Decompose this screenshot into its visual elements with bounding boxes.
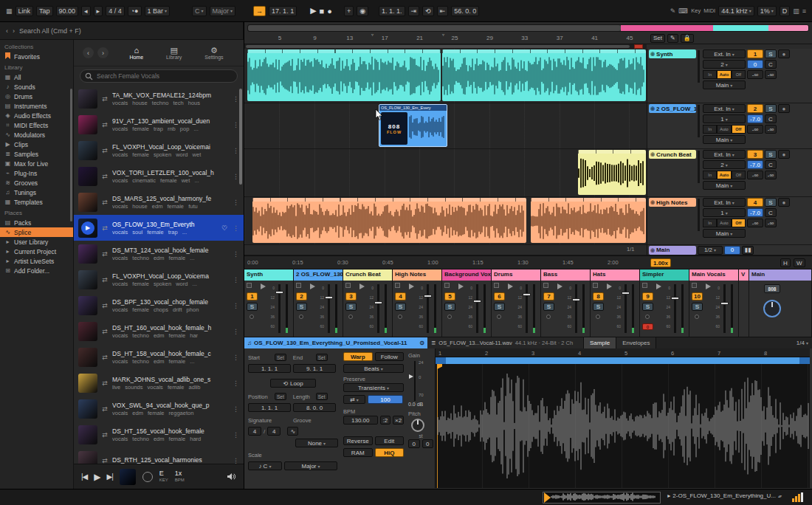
volume-field[interactable]: 0 xyxy=(747,60,763,69)
track-activator[interactable]: 6 xyxy=(494,292,505,300)
monitor-option[interactable]: Off xyxy=(732,219,746,227)
volume-fader-track[interactable] xyxy=(674,284,676,333)
scrollbar-handle[interactable] xyxy=(246,45,630,48)
gain-value[interactable]: 0.0 dB xyxy=(408,402,423,407)
pan-field[interactable]: C xyxy=(765,160,777,169)
track-activator[interactable]: 8 xyxy=(593,292,604,300)
fold-triangle-icon[interactable] xyxy=(359,284,365,289)
monitor-option[interactable]: Off xyxy=(732,70,746,79)
arrangement-position-field[interactable]: 17. 1. 1 xyxy=(269,6,297,16)
fold-triangle-icon[interactable] xyxy=(706,284,711,289)
arm-indicator[interactable] xyxy=(250,315,254,319)
track-name[interactable]: ◉High Notes xyxy=(649,198,696,207)
sidebar-item-favorites[interactable]: Favorites xyxy=(0,52,73,61)
monitor-option[interactable]: Off xyxy=(732,171,746,179)
sidebar-item-tunings[interactable]: ♫Tunings xyxy=(0,188,73,197)
set-position-button[interactable]: Set xyxy=(275,393,286,400)
mixer-strip-high-notes[interactable]: 4S012243660 xyxy=(393,281,442,337)
clip-title-tab[interactable]: ♫ OS_FLOW_130_Em_Everything_U_Promised_V… xyxy=(244,337,427,348)
sample-artwork[interactable] xyxy=(78,374,97,393)
track-name[interactable]: ◉2 OS_FLOW_13 xyxy=(649,104,696,113)
more-options-icon[interactable]: ⋮ xyxy=(233,405,239,413)
clip-stop-button[interactable] xyxy=(247,283,252,288)
splice-list-scrollbar[interactable] xyxy=(239,89,242,185)
sidebar-item-sounds[interactable]: ♪Sounds xyxy=(0,82,73,92)
splice-tab-settings[interactable]: ⚙Settings xyxy=(204,47,223,60)
fold-icon[interactable]: ◉ xyxy=(650,151,655,157)
quantize-menu[interactable]: 1 Bar xyxy=(145,6,171,16)
mixer-tab-background-vox[interactable]: Background Vox xyxy=(442,269,492,281)
sidebar-item-drums[interactable]: ◎Drums xyxy=(0,92,73,101)
volume-fader-handle[interactable] xyxy=(374,301,382,304)
sample-artwork[interactable] xyxy=(78,270,97,289)
cue-volume-knob[interactable] xyxy=(763,300,781,317)
volume-fader-track[interactable] xyxy=(377,284,379,333)
selected-clip-indicator[interactable]: ▸ 2-OS_FLOW_130_Em_Everything_U... ▴▾ xyxy=(667,492,781,499)
track-activator[interactable]: 4 xyxy=(395,292,406,300)
track-activator[interactable]: 3 xyxy=(747,150,763,159)
sample-artwork[interactable] xyxy=(78,348,97,367)
main-volume-field[interactable]: 0 xyxy=(724,246,740,255)
clip-overview-scroller[interactable] xyxy=(543,492,661,504)
stop-button[interactable]: ■ xyxy=(320,7,325,16)
follow-button[interactable]: → xyxy=(253,6,266,16)
fold-triangle-icon[interactable] xyxy=(310,284,315,289)
mixer-strip-hats[interactable]: 8S012243660 xyxy=(591,281,640,337)
arm-button[interactable]: ● xyxy=(778,150,790,159)
sidebar-item-plug-ins[interactable]: ⌁Plug-Ins xyxy=(0,168,73,178)
monitor-option[interactable]: Auto xyxy=(717,171,731,179)
mixer-tab-drums[interactable]: Drums xyxy=(492,269,541,281)
mixer-tab-truncated[interactable]: V xyxy=(739,269,749,281)
mixer-strip-simpler[interactable]: 9S0122436600 xyxy=(640,281,689,337)
mixer-strip-crunch-beat[interactable]: 3S012243660 xyxy=(343,281,393,337)
clip-stop-button[interactable] xyxy=(345,283,351,288)
more-options-icon[interactable]: ⋮ xyxy=(233,354,239,361)
follow-button[interactable]: Follow xyxy=(375,352,405,361)
clip-stop-button[interactable] xyxy=(543,283,548,288)
sample-list-item[interactable]: ⇄MARK_JOHNS_vocal_adlib_one_slive sounds… xyxy=(74,370,244,396)
audio-clip[interactable] xyxy=(578,150,646,195)
more-options-icon[interactable]: ⋮ xyxy=(233,328,239,335)
midi-map-button[interactable]: MIDI xyxy=(703,7,715,14)
input-channel-menu[interactable]: 2 xyxy=(703,160,746,169)
main-track-name[interactable]: ◉Main xyxy=(649,246,696,255)
instrument-chip[interactable]: 808 xyxy=(764,284,780,293)
sample-list-item[interactable]: ⇄DS_BPF_130_vocal_chop_femalevocals fema… xyxy=(74,292,244,318)
track-lane-crunch-beat[interactable] xyxy=(244,149,647,197)
arm-indicator[interactable] xyxy=(546,315,551,319)
solo-button[interactable]: S xyxy=(765,150,777,159)
track-lane-synth[interactable] xyxy=(244,49,647,103)
monitor-option[interactable]: In xyxy=(703,125,717,134)
arm-indicator[interactable] xyxy=(645,315,650,319)
signature-numerator[interactable]: 4 xyxy=(248,427,261,436)
pan-field[interactable]: C xyxy=(765,208,777,217)
bpm-halve-button[interactable]: :2 xyxy=(380,416,391,425)
arm-indicator[interactable] xyxy=(348,315,353,319)
volume-fader-track[interactable] xyxy=(723,284,726,333)
volume-fader-handle[interactable] xyxy=(622,292,630,295)
loop-button[interactable]: ⟲ xyxy=(422,6,434,16)
zoom-level-badge[interactable]: 1.00x xyxy=(650,258,671,267)
key-root-menu[interactable]: C xyxy=(192,6,207,16)
seg-bpm-value[interactable]: 130.00 xyxy=(343,416,378,425)
sidebar-item-templates[interactable]: ▦Templates xyxy=(0,197,73,207)
track-activator[interactable]: 10 xyxy=(692,292,703,300)
link-button[interactable]: Link xyxy=(16,6,34,16)
main-track-lane[interactable] xyxy=(244,245,647,255)
arm-indicator[interactable] xyxy=(596,315,600,319)
search-input[interactable] xyxy=(80,69,238,83)
more-options-icon[interactable]: ⋮ xyxy=(233,431,239,439)
track-activator[interactable]: 7 xyxy=(543,292,554,300)
key-map-button[interactable]: Key xyxy=(691,7,701,14)
mixer-strip-synth[interactable]: 1S012243660 xyxy=(244,281,294,337)
sidebar-item-current-project[interactable]: ▸Current Project xyxy=(0,247,73,256)
output-routing-menu[interactable]: Main xyxy=(703,135,746,144)
volume-fader-handle[interactable] xyxy=(671,297,679,300)
sample-list-item[interactable]: ⇄DS_HT_160_vocal_hook_female_hvocals tec… xyxy=(74,318,244,344)
loop-brace-start[interactable]: ▿ xyxy=(371,32,374,37)
clip-stop-button[interactable] xyxy=(296,283,301,288)
sample-play-icon[interactable]: ▶ xyxy=(81,221,94,235)
mixer-tab-crunch-beat[interactable]: Crunch Beat xyxy=(343,269,393,281)
monitor-switch[interactable]: InAutoOff xyxy=(703,125,746,134)
volume-fader-handle[interactable] xyxy=(473,300,481,303)
